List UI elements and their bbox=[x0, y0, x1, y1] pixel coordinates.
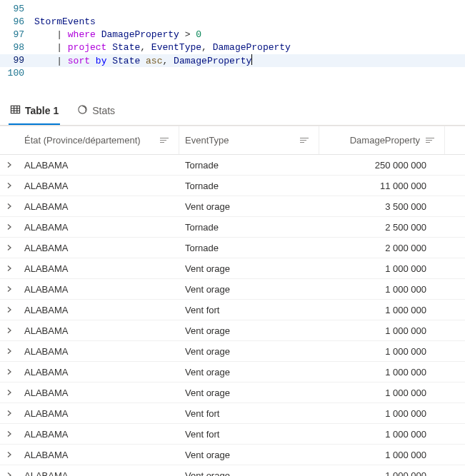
tab-stats[interactable]: Stats bbox=[76, 100, 116, 125]
cell-state: ALABAMA bbox=[19, 243, 179, 253]
cell-state: ALABAMA bbox=[19, 429, 179, 440]
cell-state: ALABAMA bbox=[19, 160, 179, 171]
cell-event: Vent orage bbox=[179, 367, 319, 378]
table-row[interactable]: ALABAMAVent fort1 000 000 bbox=[0, 403, 465, 424]
table-row[interactable]: ALABAMATornade2 000 000 bbox=[0, 238, 465, 258]
table-row[interactable]: ALABAMATornade250 000 000 bbox=[0, 155, 465, 176]
table-icon bbox=[10, 104, 21, 117]
cell-damage: 250 000 000 bbox=[319, 160, 445, 171]
code-line[interactable]: 99 | sort by State asc, DamageProperty bbox=[0, 54, 465, 67]
code-line[interactable]: 97 | where DamageProperty > 0 bbox=[0, 29, 465, 41]
column-header-damage-label: DamageProperty bbox=[350, 135, 420, 146]
tab-table[interactable]: Table 1 bbox=[9, 100, 60, 125]
svg-rect-0 bbox=[11, 106, 19, 113]
column-menu-icon[interactable] bbox=[160, 135, 171, 146]
code-text[interactable]: | sort by State asc, DamageProperty bbox=[34, 54, 252, 67]
code-text[interactable]: | where DamageProperty > 0 bbox=[34, 29, 201, 41]
table-row[interactable]: ALABAMAVent orage1 000 000 bbox=[0, 279, 465, 300]
cell-state: ALABAMA bbox=[19, 367, 179, 378]
cell-damage: 1 000 000 bbox=[319, 305, 445, 315]
table-row[interactable]: ALABAMAVent orage1 000 000 bbox=[0, 445, 465, 465]
column-menu-icon[interactable] bbox=[300, 135, 311, 146]
cell-damage: 1 000 000 bbox=[319, 388, 445, 398]
table-row[interactable]: ALABAMAVent orage1 000 000 bbox=[0, 341, 465, 362]
expand-row-icon[interactable] bbox=[0, 346, 19, 357]
cell-state: ALABAMA bbox=[19, 284, 179, 295]
expand-row-icon[interactable] bbox=[0, 201, 19, 212]
table-header-row: État (Province/département) EventType Da… bbox=[0, 126, 465, 155]
table-row[interactable]: ALABAMAVent orage1 000 000 bbox=[0, 362, 465, 383]
column-header-event-label: EventType bbox=[185, 135, 229, 146]
expand-row-icon[interactable] bbox=[0, 160, 19, 171]
table-row[interactable]: ALABAMAVent orage3 500 000 bbox=[0, 196, 465, 217]
cell-damage: 2 000 000 bbox=[319, 243, 445, 253]
line-number: 97 bbox=[0, 29, 34, 41]
code-text[interactable]: StormEvents bbox=[34, 16, 96, 29]
cell-state: ALABAMA bbox=[19, 325, 179, 336]
cell-event: Tornade bbox=[179, 160, 319, 171]
expand-row-icon[interactable] bbox=[0, 263, 19, 274]
cell-state: ALABAMA bbox=[19, 181, 179, 191]
cell-damage: 1 000 000 bbox=[319, 408, 445, 419]
code-line[interactable]: 95 bbox=[0, 3, 465, 16]
code-line[interactable]: 98 | project State, EventType, DamagePro… bbox=[0, 41, 465, 54]
cell-event: Vent orage bbox=[179, 284, 319, 295]
code-line[interactable]: 100 bbox=[0, 67, 465, 80]
cell-state: ALABAMA bbox=[19, 201, 179, 212]
table-row[interactable]: ALABAMATornade2 500 000 bbox=[0, 217, 465, 238]
text-cursor bbox=[251, 54, 252, 65]
expand-row-icon[interactable] bbox=[0, 450, 19, 460]
cell-event: Vent orage bbox=[179, 388, 319, 398]
table-body: ALABAMATornade250 000 000ALABAMATornade1… bbox=[0, 155, 465, 476]
tab-stats-label: Stats bbox=[92, 105, 115, 116]
cell-damage: 11 000 000 bbox=[319, 181, 445, 191]
cell-event: Vent orage bbox=[179, 470, 319, 477]
expand-row-icon[interactable] bbox=[0, 367, 19, 378]
cell-damage: 1 000 000 bbox=[319, 263, 445, 274]
code-line[interactable]: 96StormEvents bbox=[0, 16, 465, 29]
expand-row-icon[interactable] bbox=[0, 408, 19, 419]
column-menu-icon[interactable] bbox=[426, 135, 437, 146]
table-row[interactable]: ALABAMAVent orage1 000 000 bbox=[0, 383, 465, 403]
expand-row-icon[interactable] bbox=[0, 181, 19, 191]
cell-event: Vent orage bbox=[179, 450, 319, 460]
cell-state: ALABAMA bbox=[19, 222, 179, 233]
line-number: 98 bbox=[0, 41, 34, 54]
table-row[interactable]: ALABAMATornade11 000 000 bbox=[0, 176, 465, 196]
table-row[interactable]: ALABAMAVent fort1 000 000 bbox=[0, 300, 465, 320]
expand-row-icon[interactable] bbox=[0, 243, 19, 253]
cell-damage: 3 500 000 bbox=[319, 201, 445, 212]
table-row[interactable]: ALABAMAVent fort1 000 000 bbox=[0, 424, 465, 445]
column-header-damage[interactable]: DamageProperty bbox=[319, 126, 445, 154]
cell-damage: 1 000 000 bbox=[319, 367, 445, 378]
table-row[interactable]: ALABAMAVent orage1 000 000 bbox=[0, 258, 465, 279]
cell-event: Tornade bbox=[179, 181, 319, 191]
column-header-state[interactable]: État (Province/département) bbox=[19, 126, 179, 154]
code-editor[interactable]: 9596StormEvents97 | where DamageProperty… bbox=[0, 0, 465, 86]
cell-event: Vent orage bbox=[179, 263, 319, 274]
line-number: 100 bbox=[0, 67, 34, 80]
column-header-event[interactable]: EventType bbox=[179, 126, 319, 154]
table-row[interactable]: ALABAMAVent orage1 000 000 bbox=[0, 320, 465, 341]
expand-row-icon[interactable] bbox=[0, 305, 19, 315]
expand-row-icon[interactable] bbox=[0, 284, 19, 295]
code-text[interactable]: | project State, EventType, DamageProper… bbox=[34, 41, 291, 54]
line-number: 96 bbox=[0, 16, 34, 29]
result-tabs: Table 1 Stats bbox=[0, 94, 465, 126]
expand-row-icon[interactable] bbox=[0, 388, 19, 398]
cell-event: Vent fort bbox=[179, 429, 319, 440]
cell-event: Vent orage bbox=[179, 325, 319, 336]
cell-damage: 1 000 000 bbox=[319, 325, 445, 336]
svg-point-5 bbox=[79, 106, 86, 113]
cell-state: ALABAMA bbox=[19, 408, 179, 419]
table-row[interactable]: ALABAMAVent orage1 000 000 bbox=[0, 465, 465, 476]
expand-row-icon[interactable] bbox=[0, 325, 19, 336]
cell-event: Vent fort bbox=[179, 305, 319, 315]
cell-damage: 1 000 000 bbox=[319, 450, 445, 460]
expand-row-icon[interactable] bbox=[0, 470, 19, 477]
cell-state: ALABAMA bbox=[19, 388, 179, 398]
cell-event: Tornade bbox=[179, 243, 319, 253]
expand-row-icon[interactable] bbox=[0, 429, 19, 440]
cell-state: ALABAMA bbox=[19, 305, 179, 315]
expand-row-icon[interactable] bbox=[0, 222, 19, 233]
